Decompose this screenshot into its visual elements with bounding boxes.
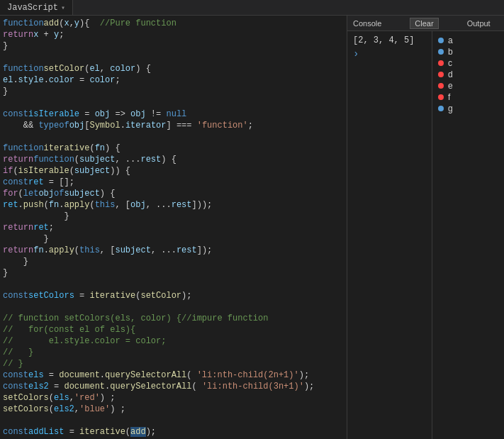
code-line: function add(x,y){ //Pure function <box>0 18 347 30</box>
code-line: return x + y; <box>0 30 347 41</box>
code-line: } <box>0 268 347 279</box>
code-line: const isIterable = obj => obj != null <box>0 109 347 121</box>
code-line: return ret; <box>0 223 347 234</box>
output-item-label: c <box>448 58 452 68</box>
javascript-tab[interactable]: JavaScript ▾ <box>0 0 73 15</box>
list-item: b <box>438 47 498 57</box>
code-line: } <box>0 211 347 223</box>
code-line <box>0 132 347 143</box>
code-line: const els2 = document.querySelectorAll( … <box>0 382 347 393</box>
code-line: const els = document.querySelectorAll( '… <box>0 370 347 382</box>
output-item-label: g <box>448 104 453 113</box>
code-line <box>0 302 347 313</box>
code-line: for(let obj of subject) { <box>0 189 347 200</box>
code-line: return function(subject, ...rest) { <box>0 155 347 166</box>
code-line <box>0 416 347 427</box>
code-line: // } <box>0 348 347 359</box>
clear-button[interactable]: Clear <box>410 18 438 29</box>
output-panel: abcdefg <box>432 31 504 439</box>
code-line: // el.style.color = color; <box>0 336 347 348</box>
top-bar: JavaScript ▾ <box>0 0 504 16</box>
console-panel: [2, 3, 4, 5] › <box>347 31 432 439</box>
code-line: function setColor(el, color) { <box>0 64 347 75</box>
tab-label: JavaScript <box>7 3 58 13</box>
code-line: // } <box>0 359 347 370</box>
output-item-label: f <box>448 92 450 102</box>
code-line: if(isIterable(subject)) { <box>0 166 347 177</box>
code-line: ret.push(fn.apply(this, [obj, ...rest]))… <box>0 200 347 211</box>
code-line: setColors(els,'red') ; <box>0 393 347 404</box>
console-prompt: › <box>353 48 426 60</box>
output-item-label: e <box>448 81 453 91</box>
output-item-label: a <box>448 35 453 45</box>
output-item-label: d <box>448 70 453 79</box>
code-line: && typeof obj[Symbol.iterator] === 'func… <box>0 121 347 132</box>
code-line: setColors(els2,'blue') ; <box>0 404 347 416</box>
list-item: c <box>438 58 498 68</box>
editor-panel: function add(x,y){ //Pure function retur… <box>0 16 347 439</box>
bullet-icon <box>438 60 444 66</box>
right-header: Console Clear Output <box>347 16 504 31</box>
right-panel: Console Clear Output [2, 3, 4, 5] › abcd… <box>347 16 504 439</box>
code-line: } <box>0 257 347 268</box>
code-line: } <box>0 87 347 98</box>
list-item: d <box>438 70 498 79</box>
code-line <box>0 98 347 109</box>
code-line: const setColors = iterative(setColor); <box>0 291 347 302</box>
output-item-label: b <box>448 47 453 57</box>
bullet-icon <box>438 106 444 111</box>
list-item: g <box>438 104 498 113</box>
list-item: a <box>438 35 498 45</box>
code-line <box>0 279 347 291</box>
bullet-icon <box>438 38 444 43</box>
main-area: function add(x,y){ //Pure function retur… <box>0 16 504 439</box>
code-line: el.style.color = color; <box>0 75 347 87</box>
right-body: [2, 3, 4, 5] › abcdefg <box>347 31 504 439</box>
list-item: f <box>438 92 498 102</box>
bullet-icon <box>438 72 444 77</box>
code-line: // for(const el of els){ <box>0 325 347 336</box>
console-label: Console <box>353 19 381 28</box>
code-line <box>0 52 347 64</box>
code-line: } <box>0 41 347 52</box>
code-line: function iterative(fn) { <box>0 143 347 155</box>
tab-arrow: ▾ <box>61 4 65 12</box>
code-line: return fn.apply(this, [subject, ...rest]… <box>0 245 347 257</box>
list-item: e <box>438 81 498 91</box>
code-line: const ret = []; <box>0 177 347 189</box>
bullet-icon <box>438 83 444 89</box>
output-label: Output <box>467 19 491 28</box>
code-line: const addList = iterative(add); <box>0 427 347 438</box>
code-line: } <box>0 234 347 245</box>
console-output-line: [2, 3, 4, 5] <box>353 35 426 45</box>
bullet-icon <box>438 49 444 55</box>
bullet-icon <box>438 94 444 100</box>
code-line: // function setColors(els, color) {//imp… <box>0 313 347 325</box>
